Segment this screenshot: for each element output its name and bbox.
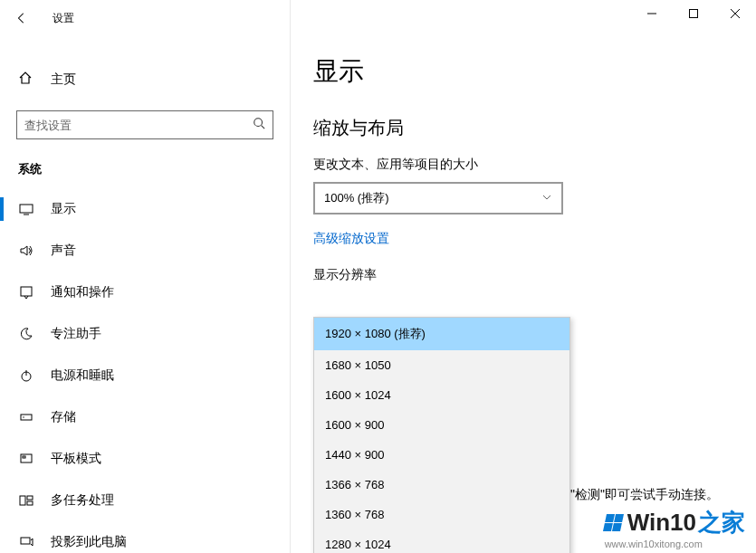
sidebar-item-label: 通知和操作 [51, 284, 114, 300]
watermark: Win10 之家 www.win10xitong.com [605, 507, 745, 549]
back-button[interactable] [0, 0, 43, 36]
resolution-option[interactable]: 1440 × 900 [314, 440, 569, 470]
svg-rect-14 [23, 456, 25, 458]
svg-rect-15 [20, 496, 25, 505]
sidebar-item-label: 声音 [51, 243, 76, 259]
storage-icon [18, 410, 34, 424]
sidebar-item-label: 平板模式 [51, 451, 101, 467]
focus-icon [18, 327, 34, 341]
sidebar-item-notifications[interactable]: 通知和操作 [0, 272, 290, 313]
svg-line-5 [262, 126, 265, 129]
category-header: 系统 [0, 139, 290, 188]
main-content: 显示 缩放与布局 更改文本、应用等项目的大小 100% (推荐) 高级缩放设置 … [290, 36, 756, 553]
resolution-option[interactable]: 1920 × 1080 (推荐) [314, 318, 569, 350]
svg-rect-17 [27, 501, 33, 505]
windows-logo-icon [605, 514, 622, 531]
resolution-option[interactable]: 1366 × 768 [314, 470, 569, 500]
resolution-option[interactable]: 1280 × 1024 [314, 529, 569, 553]
chevron-down-icon [541, 190, 552, 206]
scale-value: 100% (推荐) [324, 190, 389, 206]
detect-hint-text: "检测"即可尝试手动连接。 [570, 487, 719, 503]
scale-dropdown[interactable]: 100% (推荐) [313, 182, 563, 215]
sidebar-item-focus[interactable]: 专注助手 [0, 313, 290, 355]
close-button[interactable] [714, 0, 756, 27]
maximize-button[interactable] [673, 0, 714, 27]
search-input-container[interactable] [16, 110, 273, 139]
sidebar-item-label: 投影到此电脑 [51, 534, 127, 550]
sidebar-item-label: 电源和睡眠 [51, 367, 114, 384]
sidebar-item-display[interactable]: 显示 [0, 188, 290, 230]
notification-icon [18, 285, 34, 300]
sidebar-item-label: 多任务处理 [51, 492, 114, 509]
watermark-brand-left: Win10 [627, 509, 696, 537]
sidebar-item-tablet[interactable]: 平板模式 [0, 438, 290, 480]
svg-rect-18 [21, 538, 30, 544]
sidebar-item-project[interactable]: 投影到此电脑 [0, 521, 290, 553]
search-input[interactable] [24, 119, 253, 132]
project-icon [18, 535, 34, 549]
sound-icon [18, 243, 34, 258]
svg-rect-16 [27, 496, 33, 500]
resolution-option[interactable]: 1600 × 900 [314, 410, 569, 440]
sidebar-item-label: 显示 [51, 201, 76, 217]
sidebar-item-multitask[interactable]: 多任务处理 [0, 480, 290, 521]
scale-label: 更改文本、应用等项目的大小 [313, 157, 756, 173]
resolution-label: 显示分辨率 [313, 267, 756, 283]
watermark-brand-right: 之家 [698, 507, 745, 539]
svg-rect-6 [20, 205, 33, 213]
advanced-scaling-link[interactable]: 高级缩放设置 [313, 231, 389, 247]
home-icon [18, 71, 34, 89]
watermark-url: www.win10xitong.com [605, 539, 745, 549]
section-title-scale: 缩放与布局 [313, 116, 756, 140]
search-icon [253, 117, 265, 133]
resolution-option[interactable]: 1600 × 1024 [314, 380, 569, 410]
window-title: 设置 [53, 11, 74, 26]
page-title: 显示 [313, 54, 756, 89]
display-icon [18, 202, 34, 216]
resolution-option[interactable]: 1680 × 1050 [314, 350, 569, 380]
svg-rect-1 [690, 10, 698, 18]
minimize-button[interactable] [631, 0, 673, 27]
home-label: 主页 [51, 72, 76, 88]
home-link[interactable]: 主页 [0, 62, 290, 98]
sidebar-item-label: 专注助手 [51, 326, 101, 342]
power-icon [18, 368, 34, 383]
sidebar-item-power[interactable]: 电源和睡眠 [0, 355, 290, 396]
multitask-icon [18, 493, 34, 508]
svg-rect-11 [21, 415, 32, 420]
resolution-dropdown-list[interactable]: 1920 × 1080 (推荐) 1680 × 1050 1600 × 1024… [313, 317, 570, 553]
tablet-icon [18, 452, 34, 466]
sidebar: 主页 系统 显示 声音 通知和操作 专注助手 电源和睡眠 [0, 36, 290, 553]
sidebar-item-label: 存储 [51, 409, 76, 425]
sidebar-item-sound[interactable]: 声音 [0, 230, 290, 272]
svg-point-4 [254, 119, 263, 127]
sidebar-item-storage[interactable]: 存储 [0, 396, 290, 438]
svg-rect-8 [21, 287, 32, 296]
svg-point-12 [23, 416, 24, 417]
resolution-option[interactable]: 1360 × 768 [314, 500, 569, 529]
